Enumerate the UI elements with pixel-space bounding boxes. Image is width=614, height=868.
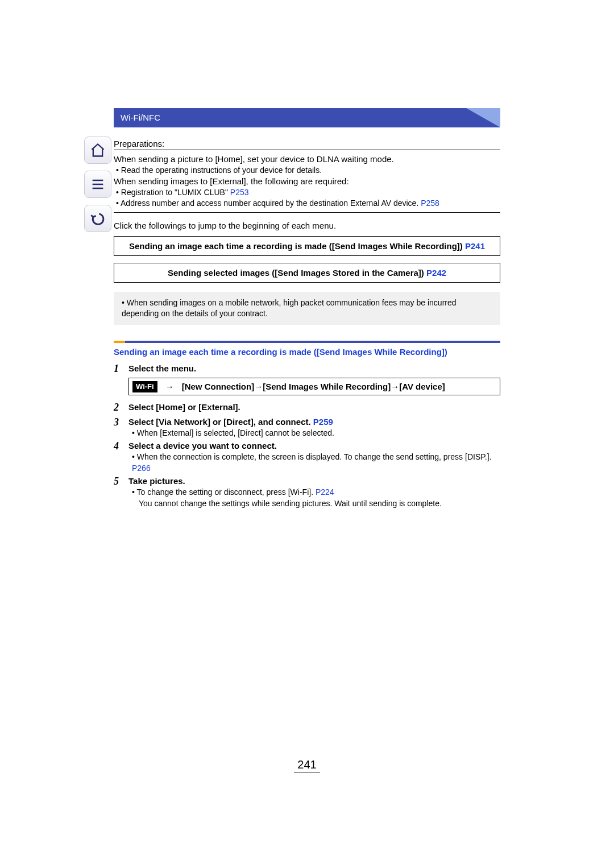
jump-link-box[interactable]: Sending selected images ([Send Images St… <box>114 263 500 283</box>
linkbox-text: Sending an image each time a recording i… <box>129 241 465 251</box>
step-sub: When [External] is selected, [Direct] ca… <box>128 428 500 439</box>
page-link[interactable]: P224 <box>316 487 334 497</box>
bullet-text: Registration to "LUMIX CLUB" <box>114 188 230 197</box>
back-icon <box>90 210 106 226</box>
prep-body: When sending a picture to [Home], set yo… <box>114 154 500 209</box>
wifi-badge: Wi-Fi <box>132 381 157 392</box>
toc-icon <box>90 176 106 192</box>
back-button[interactable] <box>84 205 111 232</box>
page-link[interactable]: P253 <box>230 188 249 197</box>
preparations-title: Preparations: <box>114 139 500 150</box>
linkbox-text: Sending selected images ([Send Images St… <box>168 268 426 278</box>
divider <box>114 212 500 213</box>
steps-list: 1 Select the menu. Wi-Fi → [New Connecti… <box>114 362 500 509</box>
prep-bullet: Registration to "LUMIX CLUB" P253 <box>114 187 500 198</box>
arrow-icon: → <box>165 381 174 392</box>
section-header: Wi-Fi/NFC <box>114 108 500 127</box>
step-sub-text: To change the setting or disconnect, pre… <box>137 487 316 497</box>
breadcrumb: Wi-Fi/NFC <box>121 113 160 122</box>
header-decoration <box>466 108 500 127</box>
step-title: Select [Via Network] or [Direct], and co… <box>128 416 500 428</box>
step-title: Take pictures. <box>128 475 500 487</box>
step-number: 3 <box>114 416 128 439</box>
step-number: 2 <box>114 401 128 414</box>
step-sub-text: You cannot change the settings while sen… <box>139 499 442 508</box>
prep-line: When sending images to [External], the f… <box>114 176 500 187</box>
jump-link-box[interactable]: Sending an image each time a recording i… <box>114 236 500 256</box>
step-body: Take pictures. • To change the setting o… <box>128 475 500 509</box>
main-content: Wi-Fi/NFC Preparations: When sending a p… <box>114 108 500 510</box>
home-icon <box>90 142 106 158</box>
step-title: Select a device you want to connect. <box>128 440 500 452</box>
toc-button[interactable] <box>84 171 111 198</box>
page-link[interactable]: P242 <box>426 268 446 278</box>
page-link[interactable]: P241 <box>465 241 485 251</box>
bullet-marker: • <box>132 452 137 461</box>
step-sub: • When the connection is complete, the s… <box>128 452 500 474</box>
step-title: Select the menu. <box>128 362 500 374</box>
bullet-text: Address number and access number acquire… <box>114 199 421 208</box>
step-number: 5 <box>114 475 128 509</box>
bullet-marker: • <box>132 487 137 497</box>
step-body: Select [Via Network] or [Direct], and co… <box>128 416 500 439</box>
menu-path-text: [New Connection]→[Send Images While Reco… <box>182 381 445 392</box>
page-link[interactable]: P258 <box>421 199 439 208</box>
step-body: Select the menu. Wi-Fi → [New Connection… <box>128 362 500 400</box>
prep-line: When sending a picture to [Home], set yo… <box>114 154 500 165</box>
step-body: Select a device you want to connect. • W… <box>128 440 500 474</box>
note-text: When sending images on a mobile network,… <box>119 297 495 319</box>
section-rule <box>114 341 500 343</box>
note-box: When sending images on a mobile network,… <box>114 292 500 325</box>
step-number: 4 <box>114 440 128 474</box>
page-number: 241 <box>0 758 614 771</box>
step-sub: • To change the setting or disconnect, p… <box>128 487 500 498</box>
sidebar <box>84 137 111 232</box>
jump-intro: Click the followings to jump to the begi… <box>114 221 500 230</box>
page-number-value: 241 <box>294 758 320 772</box>
prep-bullet: Read the operating instructions of your … <box>114 165 500 176</box>
home-button[interactable] <box>84 137 111 164</box>
step-body: Select [Home] or [External]. <box>128 401 500 414</box>
menu-path: Wi-Fi → [New Connection]→[Send Images Wh… <box>128 378 500 395</box>
page-link[interactable]: P266 <box>132 464 151 473</box>
step-sub-text: When the connection is complete, the scr… <box>137 452 492 461</box>
step-number: 1 <box>114 362 128 400</box>
section-title: Sending an image each time a recording i… <box>114 346 500 358</box>
step-sub: You cannot change the settings while sen… <box>128 498 500 510</box>
step-title-text: Select [Via Network] or [Direct], and co… <box>128 417 313 427</box>
page-link[interactable]: P259 <box>313 417 333 427</box>
step-title: Select [Home] or [External]. <box>128 401 500 413</box>
prep-bullet: Address number and access number acquire… <box>114 198 500 209</box>
